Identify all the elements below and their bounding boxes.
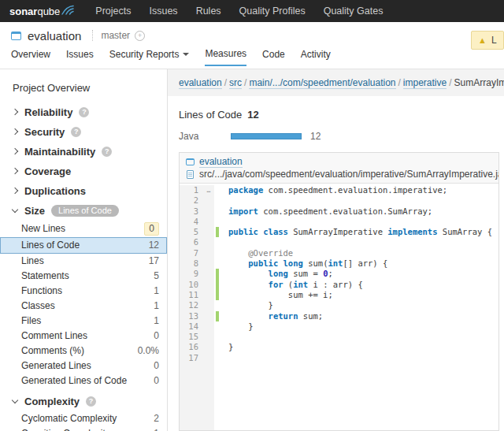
code-line-3: 3import com.speedment.evaluation.SumArra… xyxy=(180,206,498,217)
sidebar-section-header-reliability[interactable]: Reliability? xyxy=(0,105,167,119)
help-icon[interactable]: ? xyxy=(86,396,96,407)
code-text: sum += i; xyxy=(221,290,333,300)
line-number[interactable]: 2 xyxy=(180,195,203,206)
line-number[interactable]: 1 xyxy=(180,185,203,195)
scm-cell xyxy=(203,342,214,352)
sidebar-section-label: Coverage xyxy=(24,165,71,177)
line-number[interactable]: 16 xyxy=(180,342,203,352)
sidebar-section-header-security[interactable]: Security? xyxy=(0,124,167,139)
nav-item-projects[interactable]: Projects xyxy=(95,6,131,17)
line-number[interactable]: 4 xyxy=(180,217,203,227)
sidebar-item-lines-of-code[interactable]: Lines of Code12 xyxy=(0,237,167,254)
sidebar-section-header-duplications[interactable]: Duplications xyxy=(0,184,167,198)
measure-label: Generated Lines xyxy=(21,360,91,372)
viewer-project-link[interactable]: evaluation xyxy=(199,156,243,168)
warning-badge: ▲ L xyxy=(471,31,504,50)
selected-metric-pill: Lines of Code xyxy=(51,205,119,217)
breadcrumb-item-evaluation[interactable]: evaluation xyxy=(179,77,222,89)
scm-cell xyxy=(203,195,214,206)
line-number[interactable]: 13 xyxy=(180,311,203,321)
breadcrumb-item-src[interactable]: src xyxy=(229,77,242,89)
measure-value: 1 xyxy=(154,300,159,312)
measure-value-leak: 0 xyxy=(144,222,159,236)
sidebar-section-label: Reliability xyxy=(24,106,72,118)
scm-cell xyxy=(203,258,214,269)
line-number[interactable]: 17 xyxy=(180,353,203,363)
sidebar-section-header-maintainability[interactable]: Maintainability? xyxy=(0,144,167,158)
sidebar-item-files[interactable]: Files1 xyxy=(0,314,167,329)
measures-sidebar: Project Overview Reliability?Security?Ma… xyxy=(0,69,168,431)
metric-title: Lines of Code xyxy=(179,109,242,121)
measure-label: Generated Lines of Code xyxy=(21,375,127,387)
scm-info[interactable]: … xyxy=(203,185,214,195)
sidebar-item-new-lines[interactable]: New Lines0 xyxy=(0,221,167,237)
code-text xyxy=(221,195,228,206)
sidebar-section-header-size[interactable]: SizeLines of Code xyxy=(0,203,167,217)
tab-activity[interactable]: Activity xyxy=(301,48,331,66)
sidebar-section-header-complexity[interactable]: Complexity? xyxy=(0,394,167,408)
sidebar-section-header-coverage[interactable]: Coverage xyxy=(0,164,167,178)
metric-value: 12 xyxy=(247,109,258,121)
tab-code[interactable]: Code xyxy=(262,48,285,66)
line-number[interactable]: 6 xyxy=(180,237,203,247)
measure-label: Comment Lines xyxy=(21,330,87,342)
code-text: public long sum(int[] arr) { xyxy=(221,258,387,269)
project-title[interactable]: evaluation xyxy=(28,29,81,43)
tab-overview[interactable]: Overview xyxy=(11,48,50,66)
sidebar-item-statements[interactable]: Statements5 xyxy=(0,269,167,284)
branch-options-icon[interactable]: + xyxy=(135,31,145,41)
line-number[interactable]: 11 xyxy=(180,290,203,300)
breadcrumb-item-main-com-speedment-evaluation[interactable]: main/.../com/speedment/evaluation xyxy=(249,77,395,89)
sidebar-item-classes[interactable]: Classes1 xyxy=(0,299,167,314)
sidebar-item-generated-lines[interactable]: Generated Lines0 xyxy=(0,359,167,373)
coverage-indicator xyxy=(214,353,221,363)
warning-icon: ▲ xyxy=(478,36,487,45)
code-line-8: 8 public long sum(int[] arr) { xyxy=(180,258,498,269)
tab-measures[interactable]: Measures xyxy=(205,48,246,66)
sidebar-item-comments[interactable]: Comments (%)0.0% xyxy=(0,344,167,359)
line-number[interactable]: 9 xyxy=(180,269,203,279)
code-text: } xyxy=(221,300,273,310)
code-line-10: 10 for (int i : arr) { xyxy=(180,280,498,290)
help-icon[interactable]: ? xyxy=(102,147,112,157)
nav-item-rules[interactable]: Rules xyxy=(196,6,221,17)
help-icon[interactable]: ? xyxy=(71,127,81,137)
code-line-15: 15 xyxy=(180,332,498,342)
measure-value: 0.0% xyxy=(138,345,159,357)
nav-item-quality-profiles[interactable]: Quality Profiles xyxy=(239,6,306,17)
breadcrumb-separator: / xyxy=(244,77,246,88)
line-number[interactable]: 14 xyxy=(180,321,203,332)
sonarqube-logo[interactable]: sonarqube xyxy=(9,6,75,17)
chevron-right-icon xyxy=(12,188,18,194)
chevron-right-icon xyxy=(12,109,18,115)
breadcrumb-separator: / xyxy=(449,77,451,88)
sidebar-item-generated-lines-of-code[interactable]: Generated Lines of Code0 xyxy=(0,373,167,388)
tab-security-reports[interactable]: Security Reports xyxy=(109,48,190,66)
nav-item-issues[interactable]: Issues xyxy=(149,6,177,17)
breadcrumb-item-imperative[interactable]: imperative xyxy=(403,77,447,89)
sidebar-item-comment-lines[interactable]: Comment Lines0 xyxy=(0,329,167,344)
logo-text-sonar: sonar xyxy=(9,6,37,17)
sidebar-item-cognitive-complexity[interactable]: Cognitive Complexity1 xyxy=(0,426,167,431)
line-number[interactable]: 12 xyxy=(180,300,203,310)
line-number[interactable]: 8 xyxy=(180,258,203,269)
line-number[interactable]: 7 xyxy=(180,248,203,258)
line-number[interactable]: 15 xyxy=(180,332,203,342)
tab-issues[interactable]: Issues xyxy=(66,48,94,66)
language-bar xyxy=(231,133,302,139)
gutter-filler xyxy=(180,363,214,430)
sidebar-item-functions[interactable]: Functions1 xyxy=(0,284,167,299)
sidebar-item-cyclomatic-complexity[interactable]: Cyclomatic Complexity2 xyxy=(0,411,167,426)
line-number[interactable]: 3 xyxy=(180,206,203,217)
help-icon[interactable]: ? xyxy=(79,107,89,117)
scm-cell xyxy=(203,227,214,237)
code-line-1: 1…package com.speedment.evaluation.imper… xyxy=(180,185,498,195)
line-number[interactable]: 5 xyxy=(180,227,203,237)
sidebar-project-overview[interactable]: Project Overview xyxy=(0,80,167,94)
sidebar-item-lines[interactable]: Lines17 xyxy=(0,254,167,269)
scm-cell xyxy=(203,290,214,300)
line-number[interactable]: 10 xyxy=(180,280,203,290)
nav-item-quality-gates[interactable]: Quality Gates xyxy=(324,6,384,17)
project-header: evaluation master + ▲ L OverviewIssuesSe… xyxy=(0,22,504,69)
measure-value: 1 xyxy=(154,285,159,297)
